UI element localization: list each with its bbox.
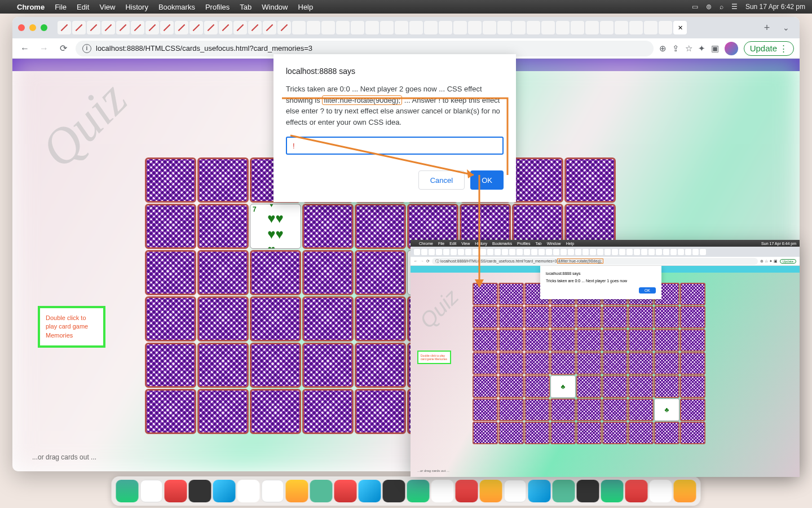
- playing-card[interactable]: [197, 389, 249, 434]
- dock-app-icon[interactable]: [310, 480, 333, 502]
- window-zoom-button[interactable]: [41, 24, 47, 31]
- new-tab-button[interactable]: +: [759, 22, 775, 34]
- back-button[interactable]: ←: [18, 42, 32, 55]
- browser-tab[interactable]: [556, 21, 570, 34]
- browser-tab[interactable]: [307, 21, 320, 34]
- dock-app-icon[interactable]: [359, 480, 381, 502]
- playing-card[interactable]: [355, 204, 406, 249]
- browser-tab[interactable]: [424, 21, 438, 34]
- clock[interactable]: Sun 17 Apr 6:42 pm: [745, 3, 805, 11]
- share-icon[interactable]: ⇪: [672, 43, 679, 54]
- dock-app-icon[interactable]: [504, 480, 527, 502]
- dock-app-icon[interactable]: [456, 480, 478, 502]
- dock-app-icon[interactable]: [334, 480, 357, 502]
- menu-bookmarks[interactable]: Bookmarks: [158, 3, 195, 11]
- update-button[interactable]: Update ⋮: [744, 41, 794, 56]
- browser-tab[interactable]: [453, 21, 467, 34]
- browser-tab[interactable]: [145, 21, 159, 34]
- browser-tab[interactable]: [131, 21, 144, 34]
- reload-button[interactable]: ⟳: [56, 42, 70, 55]
- dock-app-icon[interactable]: [650, 480, 672, 502]
- playing-card[interactable]: [145, 250, 196, 295]
- browser-tab[interactable]: [585, 21, 599, 34]
- forward-button[interactable]: →: [37, 42, 51, 55]
- menu-window[interactable]: Window: [262, 3, 288, 11]
- wifi-icon[interactable]: ⊚: [706, 3, 712, 11]
- browser-tab[interactable]: [160, 21, 174, 34]
- instructions-box[interactable]: Double click to play card game Memories: [38, 306, 105, 348]
- cancel-button[interactable]: Cancel: [418, 170, 465, 190]
- browser-tab[interactable]: [571, 21, 584, 34]
- dock-app-icon[interactable]: [553, 480, 575, 502]
- dock-app-icon[interactable]: [286, 480, 308, 502]
- window-close-button[interactable]: [18, 24, 25, 31]
- dock-trash-icon[interactable]: [674, 480, 696, 502]
- dock-app-icon[interactable]: [165, 480, 187, 502]
- browser-tab[interactable]: [541, 21, 555, 34]
- tab-overflow-button[interactable]: ⌄: [778, 23, 794, 32]
- window-minimize-button[interactable]: [29, 24, 36, 31]
- browser-tab[interactable]: [409, 21, 423, 34]
- profile-avatar[interactable]: [725, 42, 738, 55]
- browser-tab[interactable]: [72, 21, 86, 34]
- playing-card[interactable]: [197, 343, 249, 388]
- browser-tab[interactable]: [527, 21, 540, 34]
- dock-app-icon[interactable]: [625, 480, 648, 502]
- dock-app-icon[interactable]: [383, 480, 405, 502]
- spotlight-icon[interactable]: ⌕: [720, 3, 723, 11]
- playing-card[interactable]: [145, 296, 196, 341]
- playing-card[interactable]: [145, 157, 196, 203]
- control-center-icon[interactable]: ☰: [731, 3, 738, 11]
- playing-card[interactable]: [250, 296, 301, 341]
- dock-app-icon[interactable]: [407, 480, 430, 502]
- browser-tab[interactable]: [439, 21, 452, 34]
- playing-card[interactable]: [302, 204, 354, 249]
- playing-card[interactable]: [197, 250, 249, 295]
- browser-tab[interactable]: [380, 21, 394, 34]
- extensions-icon[interactable]: ✦: [698, 43, 705, 54]
- menu-view[interactable]: View: [99, 3, 115, 11]
- playing-card[interactable]: [197, 296, 249, 341]
- browser-tab[interactable]: [351, 21, 364, 34]
- app-name[interactable]: Chrome: [17, 3, 45, 11]
- browser-tab[interactable]: [336, 21, 350, 34]
- menu-edit[interactable]: Edit: [77, 3, 89, 11]
- dock-app-icon[interactable]: [140, 480, 163, 502]
- playing-card[interactable]: [302, 389, 354, 434]
- playing-card[interactable]: [145, 389, 196, 434]
- playing-card[interactable]: [355, 250, 406, 295]
- browser-tab[interactable]: [615, 21, 628, 34]
- browser-tab[interactable]: [175, 21, 188, 34]
- playing-card[interactable]: [302, 296, 354, 341]
- browser-tab[interactable]: [629, 21, 643, 34]
- menu-help[interactable]: Help: [298, 3, 314, 11]
- browser-tab[interactable]: [321, 21, 335, 34]
- playing-card[interactable]: [512, 157, 563, 203]
- playing-card[interactable]: [302, 343, 354, 388]
- playing-card[interactable]: [250, 389, 301, 434]
- playing-card[interactable]: [145, 343, 196, 388]
- dock-app-icon[interactable]: [189, 480, 211, 502]
- dock-app-icon[interactable]: [528, 480, 551, 502]
- browser-tab[interactable]: [395, 21, 408, 34]
- browser-tab[interactable]: [277, 21, 291, 34]
- browser-tab[interactable]: [659, 21, 672, 34]
- browser-tab[interactable]: [263, 21, 276, 34]
- playing-card[interactable]: [355, 389, 406, 434]
- playing-card[interactable]: [197, 157, 249, 203]
- playing-card[interactable]: [564, 157, 616, 203]
- playing-card[interactable]: [197, 204, 249, 249]
- ok-button[interactable]: OK: [470, 170, 504, 190]
- browser-tab[interactable]: [365, 21, 379, 34]
- browser-tab[interactable]: [644, 21, 657, 34]
- playing-card[interactable]: [355, 343, 406, 388]
- dock-app-icon[interactable]: [480, 480, 502, 502]
- browser-tab[interactable]: [204, 21, 218, 34]
- menu-profiles[interactable]: Profiles: [205, 3, 230, 11]
- dock-app-icon[interactable]: [601, 480, 624, 502]
- browser-tab[interactable]: [116, 21, 130, 34]
- browser-tab[interactable]: [512, 21, 526, 34]
- browser-tab[interactable]: [248, 21, 262, 34]
- battery-icon[interactable]: ▭: [692, 3, 698, 11]
- reading-list-icon[interactable]: ▣: [711, 43, 719, 54]
